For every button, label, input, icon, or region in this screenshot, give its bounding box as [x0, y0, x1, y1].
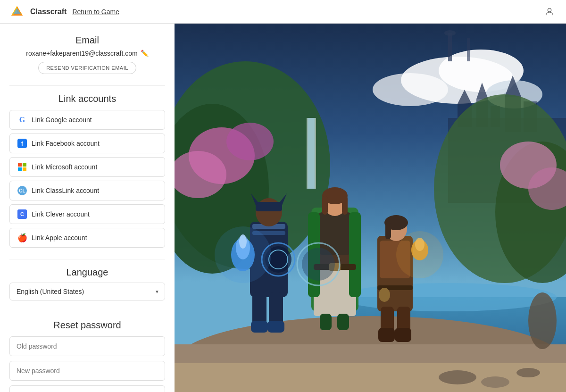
reset-password-title: Reset password: [9, 320, 165, 331]
resend-verification-button[interactable]: RESEND VERIFICATION EMAIL: [38, 62, 136, 74]
link-google-label: Link Google account: [32, 116, 92, 124]
svg-point-1: [548, 8, 551, 11]
language-title: Language: [9, 267, 165, 278]
new-password-input[interactable]: [9, 361, 165, 381]
microsoft-icon: [17, 162, 27, 172]
link-facebook-button[interactable]: f Link Facebook account: [9, 133, 165, 153]
right-panel-image: [175, 24, 566, 392]
svg-rect-77: [395, 328, 411, 342]
svg-point-71: [302, 248, 335, 281]
divider-3: [9, 312, 165, 312]
main-layout: Email roxane+fakeparent19@classcraft.com…: [0, 24, 566, 392]
svg-point-84: [379, 288, 390, 302]
email-section-title: Email: [9, 35, 165, 46]
link-clever-button[interactable]: C Link Clever account: [9, 204, 165, 224]
link-facebook-label: Link Facebook account: [32, 140, 100, 147]
clever-icon: C: [17, 209, 27, 219]
svg-rect-69: [337, 314, 349, 330]
svg-point-8: [444, 30, 456, 36]
svg-point-35: [439, 370, 476, 384]
google-icon: G: [17, 115, 27, 125]
link-accounts-title: Link accounts: [9, 93, 165, 104]
link-microsoft-button[interactable]: Link Microsoft account: [9, 157, 165, 177]
svg-point-85: [215, 226, 271, 283]
email-value: roxane+fakeparent19@classcraft.com: [26, 50, 137, 57]
classcraft-logo: [9, 4, 25, 19]
language-select-wrapper: English (United States) Français Español…: [9, 283, 165, 300]
svg-rect-64: [322, 196, 328, 215]
svg-rect-47: [256, 202, 282, 211]
svg-rect-45: [267, 321, 284, 333]
divider-2: [9, 259, 165, 259]
link-classlink-label: Link ClassLink account: [32, 187, 99, 194]
svg-rect-34: [175, 363, 566, 392]
link-classlink-button[interactable]: CL Link ClassLink account: [9, 181, 165, 200]
svg-rect-65: [342, 196, 348, 215]
svg-rect-25: [308, 118, 315, 189]
svg-rect-76: [378, 328, 395, 342]
language-section: Language English (United States) Françai…: [9, 267, 165, 300]
app-name: Classcraft: [30, 8, 67, 16]
svg-rect-61: [349, 212, 361, 297]
facebook-icon: f: [17, 139, 27, 148]
svg-point-23: [226, 123, 274, 160]
language-select[interactable]: English (United States) Français Español…: [9, 283, 165, 300]
edit-email-icon[interactable]: ✏️: [141, 50, 149, 57]
svg-point-38: [528, 292, 557, 349]
link-clever-label: Link Clever account: [32, 210, 90, 218]
classlink-icon: CL: [17, 186, 27, 195]
divider-1: [9, 85, 165, 86]
reset-password-section: Reset password SAVE: [9, 320, 165, 392]
email-display: roxane+fakeparent19@classcraft.com ✏️: [9, 50, 165, 57]
svg-point-36: [481, 376, 509, 388]
svg-rect-68: [320, 314, 332, 330]
left-panel: Email roxane+fakeparent19@classcraft.com…: [0, 24, 175, 392]
link-accounts-section: Link accounts G Link Google account f Li…: [9, 93, 165, 248]
header-left: Classcraft Return to Game: [9, 4, 119, 19]
svg-rect-44: [251, 321, 268, 333]
return-to-game-link[interactable]: Return to Game: [72, 8, 119, 16]
svg-point-37: [516, 368, 540, 377]
confirm-password-input[interactable]: [9, 385, 165, 392]
user-menu-button[interactable]: [542, 5, 557, 19]
svg-point-86: [396, 231, 443, 278]
svg-rect-80: [385, 223, 391, 239]
app-header: Classcraft Return to Game: [0, 0, 566, 24]
email-section: Email roxane+fakeparent19@classcraft.com…: [9, 35, 165, 74]
link-apple-label: Link Apple account: [32, 234, 87, 242]
svg-rect-9: [467, 38, 470, 61]
svg-rect-59: [318, 212, 351, 255]
link-google-button[interactable]: G Link Google account: [9, 110, 165, 130]
apple-icon: 🍎: [17, 233, 27, 242]
svg-rect-7: [448, 33, 452, 61]
old-password-input[interactable]: [9, 336, 165, 356]
svg-point-5: [373, 73, 448, 106]
svg-point-31: [340, 283, 557, 311]
link-apple-button[interactable]: 🍎 Link Apple account: [9, 228, 165, 248]
link-microsoft-label: Link Microsoft account: [32, 163, 97, 171]
